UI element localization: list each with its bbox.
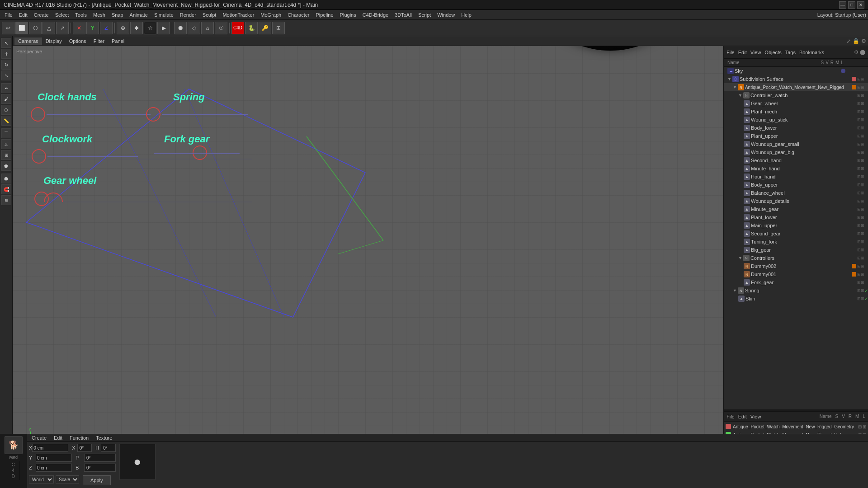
- bottom-icon3[interactable]: D: [11, 474, 14, 479]
- brp-row-geometry[interactable]: Antique_Pocket_Watch_Movement_New_Rigged…: [724, 422, 868, 431]
- bt-texture[interactable]: Texture: [93, 434, 115, 441]
- vtab-panel[interactable]: Panel: [108, 38, 128, 45]
- toolbar-c4d-logo[interactable]: C4D: [231, 22, 244, 34]
- toolbar-extra2[interactable]: ⊞: [272, 22, 285, 34]
- tree-item-wound-up-stick[interactable]: ▲ Wound_up_stick ⊞⊞: [724, 116, 868, 124]
- rph-objects[interactable]: Objects: [764, 50, 781, 55]
- tree-item-big-gear[interactable]: ▲ Big_gear ⊞⊞: [724, 246, 868, 254]
- tree-item-balance-wheel[interactable]: ▲ Balance_wheel ⊞⊞: [724, 189, 868, 197]
- menu-motion-tracker[interactable]: MotionTracker: [220, 11, 257, 19]
- left-tool-paint[interactable]: 🖌: [1, 94, 11, 104]
- menu-animate[interactable]: Animate: [127, 11, 151, 19]
- left-tool-measure[interactable]: 📏: [1, 116, 11, 126]
- menu-mesh[interactable]: Mesh: [90, 11, 108, 19]
- toolbar-obj4[interactable]: ☉: [215, 22, 227, 34]
- tree-item-main-upper[interactable]: ▲ Main_upper ⊞⊞: [724, 221, 868, 230]
- tree-item-tuning-fork[interactable]: ▲ Tuning_fork ⊞⊞: [724, 238, 868, 246]
- minimize-button[interactable]: —: [839, 1, 846, 9]
- tree-item-plant-upper[interactable]: ▲ Plant_upper ⊞⊞: [724, 132, 868, 140]
- tree-item-second-gear[interactable]: ▲ Second_gear ⊞⊞: [724, 230, 868, 238]
- tree-item-second-hand[interactable]: ▲ Second_hand ⊞⊞: [724, 156, 868, 164]
- left-tool-magnet[interactable]: 🧲: [1, 184, 11, 194]
- brp-edit[interactable]: Edit: [738, 414, 747, 419]
- rph-edit[interactable]: Edit: [738, 50, 747, 55]
- tree-item-woundup-small[interactable]: ▲ Woundup_gear_small ⊞⊞: [724, 140, 868, 148]
- left-tool-move[interactable]: ✛: [1, 49, 11, 59]
- menu-sculpt[interactable]: Sculpt: [200, 11, 219, 19]
- toolbar-mode2[interactable]: ⬡: [29, 22, 42, 34]
- object-tree[interactable]: ☁ Sky ▼ ⬡ Subdivision Surface: [724, 67, 868, 409]
- coord-z-pos[interactable]: [36, 464, 72, 472]
- tree-item-controller[interactable]: ▼ N Controller_watch ⊞⊞: [724, 91, 868, 99]
- tree-item-woundup-big[interactable]: ▲ Woundup_gear_big ⊞⊞: [724, 148, 868, 156]
- menu-file[interactable]: File: [2, 11, 15, 19]
- rph-tags[interactable]: Tags: [785, 50, 796, 55]
- menu-render[interactable]: Render: [177, 11, 199, 19]
- apply-button[interactable]: Apply: [83, 475, 111, 485]
- maximize-button[interactable]: □: [848, 1, 855, 9]
- bottom-icon2[interactable]: 4: [12, 468, 14, 473]
- menu-create[interactable]: Create: [31, 11, 52, 19]
- tree-item-hour-hand[interactable]: ▲ Hour_hand ⊞⊞: [724, 173, 868, 181]
- 3d-viewport[interactable]: Perspective Clock hand: [13, 46, 723, 465]
- left-tool-knife[interactable]: ⚔: [1, 139, 11, 149]
- menu-select[interactable]: Select: [52, 11, 72, 19]
- tree-item-antique-root[interactable]: ▼ N Antique_Pocket_Watch_Movement_New_Ri…: [724, 83, 868, 91]
- close-button[interactable]: ✕: [857, 1, 864, 9]
- bt-function[interactable]: Function: [67, 434, 91, 441]
- bt-create[interactable]: Create: [29, 434, 49, 441]
- coord-x-pos[interactable]: [32, 444, 68, 452]
- tree-item-body-upper[interactable]: ▲ Body_upper ⊞⊞: [724, 181, 868, 189]
- tree-item-fork-gear[interactable]: ▲ Fork_gear ⊞⊞: [724, 278, 868, 286]
- vtab-options[interactable]: Options: [66, 38, 90, 45]
- tree-item-gear-wheel[interactable]: ▲ Gear_wheel ⊞⊞: [724, 99, 868, 108]
- toolbar-mode3[interactable]: △: [42, 22, 55, 34]
- toolbar-anim[interactable]: ▶: [157, 22, 170, 34]
- left-tool-select[interactable]: ↖: [1, 38, 11, 48]
- menu-snap[interactable]: Snap: [109, 11, 126, 19]
- menu-c4d-bridge[interactable]: C4D-Bridge: [360, 11, 391, 19]
- tree-item-minute-hand[interactable]: ▲ Minute_hand ⊞⊞: [724, 164, 868, 173]
- toolbar-y-axis[interactable]: Y: [86, 22, 99, 34]
- left-tool-spline[interactable]: ⌒: [1, 128, 11, 138]
- toolbar-move[interactable]: ↗: [56, 22, 69, 34]
- left-tool-rotate[interactable]: ↻: [1, 60, 11, 70]
- vtab-cameras[interactable]: Cameras: [14, 38, 42, 45]
- toolbar-extra1[interactable]: 🔑: [259, 22, 271, 34]
- menu-help[interactable]: Help: [458, 11, 474, 19]
- menu-window[interactable]: Window: [434, 11, 458, 19]
- tree-item-body-lower[interactable]: ▲ Body_lower ⊞⊞: [724, 124, 868, 132]
- menu-script[interactable]: Script: [415, 11, 434, 19]
- toolbar-obj2[interactable]: ◇: [188, 22, 200, 34]
- tree-item-controllers[interactable]: ▼ N Controllers ⊞⊞: [724, 254, 868, 262]
- toolbar-obj3[interactable]: ⌂: [201, 22, 214, 34]
- toolbar-py[interactable]: 🐍: [245, 22, 258, 34]
- menu-3dtoall[interactable]: 3DToAll: [392, 11, 415, 19]
- left-tool-pen[interactable]: ✒: [1, 83, 11, 93]
- brp-file[interactable]: File: [726, 414, 735, 419]
- menu-character[interactable]: Character: [285, 11, 312, 19]
- left-tool-bevel[interactable]: ⬟: [1, 161, 11, 171]
- toolbar-mode1[interactable]: ⬜: [15, 22, 28, 34]
- world-select[interactable]: World Object: [29, 475, 54, 483]
- rph-bookmarks[interactable]: Bookmarks: [799, 50, 824, 55]
- tree-item-sky[interactable]: ☁ Sky: [724, 67, 868, 75]
- tree-item-plant-lower[interactable]: ▲ Plant_lower ⊞⊞: [724, 213, 868, 221]
- tree-item-minute-gear[interactable]: ▲ Minute_gear ⊞⊞: [724, 205, 868, 213]
- toolbar-undo[interactable]: ↩: [2, 22, 14, 34]
- tree-item-subdivision[interactable]: ▼ ⬡ Subdivision Surface ⊞⊞: [724, 75, 868, 83]
- left-tool-scale[interactable]: ⤡: [1, 70, 11, 80]
- tree-item-spring[interactable]: ▼ N Spring ⊞⊞ ✓: [724, 286, 868, 295]
- menu-tools[interactable]: Tools: [72, 11, 90, 19]
- bottom-icon1[interactable]: C: [11, 462, 14, 467]
- menu-simulate[interactable]: Simulate: [151, 11, 176, 19]
- toolbar-x-axis[interactable]: ✕: [73, 22, 85, 34]
- vtab-display[interactable]: Display: [42, 38, 66, 45]
- left-tool-sculpt[interactable]: ⬡: [1, 105, 11, 115]
- vp-icon-expand[interactable]: ⤢: [846, 38, 851, 44]
- scale-select[interactable]: Scale: [56, 475, 79, 483]
- tree-item-plant-mech[interactable]: ▲ Plant_mech ⊞⊞: [724, 108, 868, 116]
- toolbar-obj1[interactable]: ⬢: [174, 22, 187, 34]
- menu-edit[interactable]: Edit: [16, 11, 30, 19]
- bt-edit[interactable]: Edit: [51, 434, 65, 441]
